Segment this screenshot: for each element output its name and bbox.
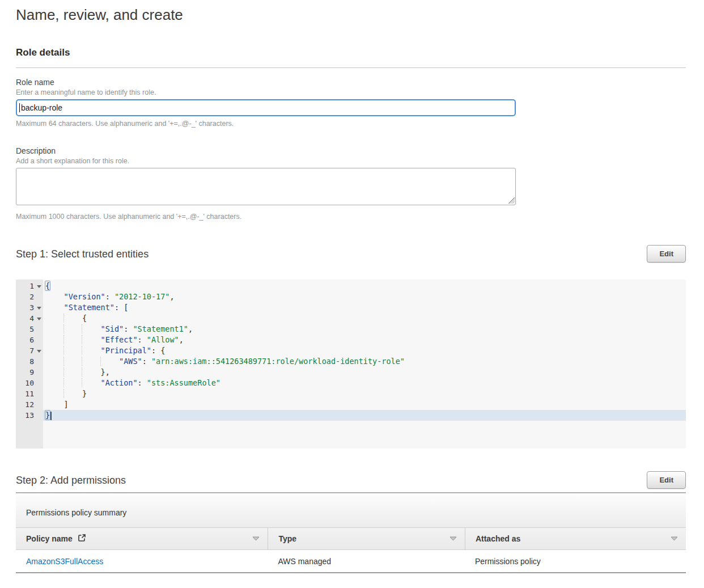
indent [45,389,64,398]
code-token: "Statement" [64,303,114,312]
role-details-section: Role details Role name Enter a meaningfu… [16,46,686,221]
fold-arrow-icon[interactable] [37,307,41,310]
line-number: 5 [16,324,43,335]
line-number: 13 [16,410,43,421]
indent-guide [63,367,83,377]
trust-policy-editor[interactable]: 12345678910111213 { "Version": "2012-10-… [16,280,686,449]
indent [45,303,64,312]
indent-guide [82,335,101,344]
fold-arrow-icon[interactable] [37,318,41,320]
column-header-type: Type [268,528,465,549]
role-name-label: Role name [16,78,686,87]
description-textarea[interactable] [16,168,516,205]
indent-guide [63,378,83,387]
line-number: 9 [16,367,43,378]
step1-heading: Step 1: Select trusted entities [16,248,149,260]
indent-guide [82,346,101,355]
editor-cursor [50,412,52,420]
indent [45,346,64,355]
column-header-label: Attached as [476,534,520,543]
indent-guide [100,357,120,366]
line-number-text: 8 [29,357,34,366]
step2-section: Step 2: Add permissions Edit Permissions… [16,471,686,573]
table-cell: AWS managed [268,550,465,572]
code-token: , [169,292,174,301]
line-number-text: 5 [29,325,34,333]
code-line: "Version": "2012-10-17", [43,291,686,302]
name-review-create-page: Name, review, and create Role details Ro… [0,5,704,587]
indent-guide [63,335,83,344]
line-number: 1 [16,281,43,291]
page-title: Name, review, and create [16,5,686,25]
code-line: "Action": "sts:AssumeRole" [43,378,686,388]
code-line: } [43,388,686,399]
indent [45,367,64,377]
code-token: }, [101,367,110,377]
step2-edit-button[interactable]: Edit [647,471,686,489]
column-header-attached-as: Attached as [465,528,686,549]
indent-guide [63,324,83,333]
code-token: ] [64,400,69,409]
line-number-text: 10 [25,379,34,387]
code-token: "Statement1" [133,324,188,333]
role-name-field: Role name Enter a meaningful name to ide… [16,78,686,128]
step1-edit-button[interactable]: Edit [647,245,686,263]
indent-guide [82,378,101,387]
step1-header: Step 1: Select trusted entities Edit [16,245,686,263]
code-token: { [45,281,50,291]
table-cell: Permissions policy [465,550,686,572]
code-line: "AWS": "arn:aws:iam::541263489771:role/w… [43,356,686,367]
code-token: } [82,389,87,398]
policy-name-link[interactable]: AmazonS3FullAccess [26,557,103,566]
line-number-text: 4 [29,314,34,323]
table-row: AmazonS3FullAccessAWS managedPermissions… [16,550,686,573]
indent [45,378,64,387]
line-number: 11 [16,388,43,399]
permissions-summary-title: Permissions policy summary [16,493,686,517]
code-token: : [138,335,147,344]
line-number: 12 [16,399,43,410]
code-token: { [82,314,87,323]
step2-heading: Step 2: Add permissions [16,474,126,487]
indent-guide [63,357,83,366]
code-token: : [ [114,303,128,312]
code-line: { [43,281,686,291]
line-number: 6 [16,335,43,345]
column-header-policy-name: Policy name [16,528,268,549]
external-link-icon [78,534,86,544]
line-number-text: 9 [29,368,34,377]
indent-guide [63,314,83,323]
code-token: "AWS" [119,357,142,366]
filter-dropdown-icon[interactable] [671,536,678,541]
code-token: : [142,357,151,366]
code-line: ] [43,399,686,410]
line-number-text: 6 [29,336,34,344]
fold-arrow-icon[interactable] [37,285,41,288]
filter-dropdown-icon[interactable] [449,536,457,541]
resize-handle-icon[interactable] [508,197,515,204]
indent-guide [82,367,101,377]
description-help: Add a short explanation for this role. [16,157,686,166]
line-number-text: 7 [29,346,34,355]
permissions-summary-panel: Permissions policy summary [16,492,686,527]
fold-arrow-icon[interactable] [37,350,41,353]
code-token: "Allow" [147,335,179,344]
text-cursor [19,103,20,112]
filter-dropdown-icon[interactable] [252,536,260,541]
indent [45,292,64,301]
line-number: 4 [16,313,43,324]
editor-code[interactable]: { "Version": "2012-10-17", "Statement": … [43,280,686,449]
indent-guide [63,389,83,398]
line-number-text: 13 [25,411,34,420]
code-token: } [45,410,50,420]
code-token: "2012-10-17" [114,292,170,301]
indent [45,314,64,323]
role-details-heading: Role details [16,46,686,58]
indent [45,400,64,409]
indent [45,335,64,344]
indent [45,357,64,366]
role-name-input[interactable] [16,99,516,116]
code-token: "Version" [64,292,105,301]
table-cell: AmazonS3FullAccess [16,550,268,572]
table-body: AmazonS3FullAccessAWS managedPermissions… [16,550,686,573]
